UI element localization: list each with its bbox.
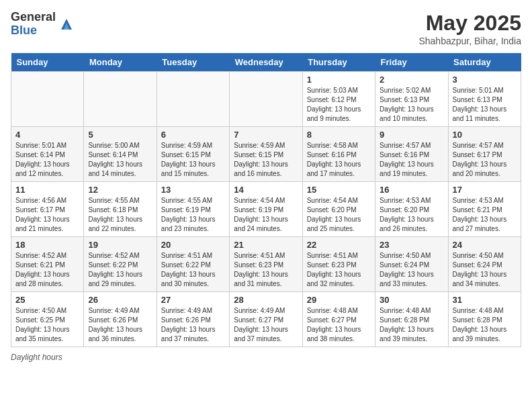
calendar-week-row: 18Sunrise: 4:52 AM Sunset: 6:21 PM Dayli… xyxy=(11,237,521,292)
calendar-day-cell: 6Sunrise: 4:59 AM Sunset: 6:15 PM Daylig… xyxy=(157,127,229,182)
day-number: 17 xyxy=(453,185,517,195)
calendar-week-row: 11Sunrise: 4:56 AM Sunset: 6:17 PM Dayli… xyxy=(11,182,521,237)
day-number: 11 xyxy=(15,185,79,195)
calendar-day-cell: 22Sunrise: 4:51 AM Sunset: 6:23 PM Dayli… xyxy=(302,237,375,292)
day-number: 16 xyxy=(380,185,443,195)
day-info: Sunrise: 4:50 AM Sunset: 6:25 PM Dayligh… xyxy=(15,306,79,344)
calendar-day-header: Wednesday xyxy=(230,53,302,72)
calendar-day-cell: 7Sunrise: 4:59 AM Sunset: 6:15 PM Daylig… xyxy=(230,127,302,182)
calendar-week-row: 4Sunrise: 5:01 AM Sunset: 6:14 PM Daylig… xyxy=(11,127,521,182)
calendar-day-cell: 4Sunrise: 5:01 AM Sunset: 6:14 PM Daylig… xyxy=(11,127,84,182)
calendar-day-cell: 11Sunrise: 4:56 AM Sunset: 6:17 PM Dayli… xyxy=(11,182,84,237)
day-info: Sunrise: 4:51 AM Sunset: 6:23 PM Dayligh… xyxy=(234,251,298,289)
calendar-day-cell xyxy=(11,72,84,127)
day-info: Sunrise: 4:55 AM Sunset: 6:18 PM Dayligh… xyxy=(88,196,152,234)
calendar-day-cell xyxy=(84,72,157,127)
day-number: 22 xyxy=(307,240,371,250)
calendar-day-cell: 19Sunrise: 4:52 AM Sunset: 6:22 PM Dayli… xyxy=(84,237,157,292)
calendar-day-cell: 5Sunrise: 5:00 AM Sunset: 6:14 PM Daylig… xyxy=(84,127,157,182)
calendar-day-cell: 3Sunrise: 5:01 AM Sunset: 6:13 PM Daylig… xyxy=(448,72,521,127)
calendar-day-header: Saturday xyxy=(448,53,521,72)
day-number: 6 xyxy=(161,130,225,140)
day-number: 21 xyxy=(234,240,298,250)
day-number: 29 xyxy=(307,295,371,305)
calendar-day-cell: 17Sunrise: 4:53 AM Sunset: 6:21 PM Dayli… xyxy=(448,182,521,237)
calendar-day-cell xyxy=(157,72,229,127)
calendar-day-header: Friday xyxy=(375,53,448,72)
calendar-day-cell: 20Sunrise: 4:51 AM Sunset: 6:22 PM Dayli… xyxy=(157,237,229,292)
calendar-day-cell: 12Sunrise: 4:55 AM Sunset: 6:18 PM Dayli… xyxy=(84,182,157,237)
calendar-header-row: SundayMondayTuesdayWednesdayThursdayFrid… xyxy=(11,53,521,72)
day-info: Sunrise: 4:50 AM Sunset: 6:24 PM Dayligh… xyxy=(453,251,517,289)
logo-blue-text: Blue xyxy=(11,24,56,38)
day-info: Sunrise: 4:54 AM Sunset: 6:20 PM Dayligh… xyxy=(307,196,371,234)
day-info: Sunrise: 4:52 AM Sunset: 6:22 PM Dayligh… xyxy=(88,251,152,289)
day-number: 5 xyxy=(88,130,152,140)
day-info: Sunrise: 4:53 AM Sunset: 6:21 PM Dayligh… xyxy=(453,196,517,234)
day-number: 23 xyxy=(380,240,443,250)
calendar-table: SundayMondayTuesdayWednesdayThursdayFrid… xyxy=(11,53,521,347)
calendar-day-cell: 21Sunrise: 4:51 AM Sunset: 6:23 PM Dayli… xyxy=(230,237,302,292)
day-info: Sunrise: 4:55 AM Sunset: 6:19 PM Dayligh… xyxy=(161,196,225,234)
day-info: Sunrise: 5:00 AM Sunset: 6:14 PM Dayligh… xyxy=(88,141,152,179)
calendar-day-header: Monday xyxy=(84,53,157,72)
calendar-day-header: Tuesday xyxy=(157,53,229,72)
calendar-day-cell: 15Sunrise: 4:54 AM Sunset: 6:20 PM Dayli… xyxy=(302,182,375,237)
day-info: Sunrise: 4:51 AM Sunset: 6:22 PM Dayligh… xyxy=(161,251,225,289)
day-info: Sunrise: 4:51 AM Sunset: 6:23 PM Dayligh… xyxy=(307,251,371,289)
calendar-day-cell: 26Sunrise: 4:49 AM Sunset: 6:26 PM Dayli… xyxy=(84,292,157,347)
calendar-day-cell: 25Sunrise: 4:50 AM Sunset: 6:25 PM Dayli… xyxy=(11,292,84,347)
day-number: 2 xyxy=(380,75,443,85)
calendar-day-cell: 2Sunrise: 5:02 AM Sunset: 6:13 PM Daylig… xyxy=(375,72,448,127)
page-header: General Blue May 2025 Shahbazpur, Bihar,… xyxy=(11,11,521,46)
calendar-day-cell: 1Sunrise: 5:03 AM Sunset: 6:12 PM Daylig… xyxy=(302,72,375,127)
day-info: Sunrise: 5:01 AM Sunset: 6:13 PM Dayligh… xyxy=(453,86,517,124)
day-number: 1 xyxy=(307,75,371,85)
day-info: Sunrise: 5:03 AM Sunset: 6:12 PM Dayligh… xyxy=(307,86,371,124)
day-number: 24 xyxy=(453,240,517,250)
calendar-day-cell: 24Sunrise: 4:50 AM Sunset: 6:24 PM Dayli… xyxy=(448,237,521,292)
logo-general-text: General xyxy=(11,11,56,24)
day-info: Sunrise: 4:58 AM Sunset: 6:16 PM Dayligh… xyxy=(307,141,371,179)
calendar-day-cell: 10Sunrise: 4:57 AM Sunset: 6:17 PM Dayli… xyxy=(448,127,521,182)
day-info: Sunrise: 4:50 AM Sunset: 6:24 PM Dayligh… xyxy=(380,251,443,289)
day-info: Sunrise: 4:48 AM Sunset: 6:28 PM Dayligh… xyxy=(453,306,517,344)
calendar-day-header: Sunday xyxy=(11,53,84,72)
calendar-day-cell: 31Sunrise: 4:48 AM Sunset: 6:28 PM Dayli… xyxy=(448,292,521,347)
day-info: Sunrise: 4:56 AM Sunset: 6:17 PM Dayligh… xyxy=(15,196,79,234)
day-number: 3 xyxy=(453,75,517,85)
calendar-day-cell: 30Sunrise: 4:48 AM Sunset: 6:28 PM Dayli… xyxy=(375,292,448,347)
day-number: 25 xyxy=(15,295,79,305)
calendar-week-row: 1Sunrise: 5:03 AM Sunset: 6:12 PM Daylig… xyxy=(11,72,521,127)
day-number: 15 xyxy=(307,185,371,195)
day-number: 28 xyxy=(234,295,298,305)
day-info: Sunrise: 4:52 AM Sunset: 6:21 PM Dayligh… xyxy=(15,251,79,289)
day-info: Sunrise: 4:49 AM Sunset: 6:26 PM Dayligh… xyxy=(161,306,225,344)
day-number: 7 xyxy=(234,130,298,140)
logo: General Blue xyxy=(11,11,75,38)
logo-icon xyxy=(58,16,75,32)
day-number: 13 xyxy=(161,185,225,195)
calendar-day-cell: 13Sunrise: 4:55 AM Sunset: 6:19 PM Dayli… xyxy=(157,182,229,237)
calendar-day-cell: 18Sunrise: 4:52 AM Sunset: 6:21 PM Dayli… xyxy=(11,237,84,292)
day-number: 31 xyxy=(453,295,517,305)
day-number: 14 xyxy=(234,185,298,195)
day-number: 12 xyxy=(88,185,152,195)
calendar-day-cell: 14Sunrise: 4:54 AM Sunset: 6:19 PM Dayli… xyxy=(230,182,302,237)
calendar-day-cell: 16Sunrise: 4:53 AM Sunset: 6:20 PM Dayli… xyxy=(375,182,448,237)
day-info: Sunrise: 4:49 AM Sunset: 6:26 PM Dayligh… xyxy=(88,306,152,344)
day-number: 18 xyxy=(15,240,79,250)
calendar-week-row: 25Sunrise: 4:50 AM Sunset: 6:25 PM Dayli… xyxy=(11,292,521,347)
day-info: Sunrise: 4:53 AM Sunset: 6:20 PM Dayligh… xyxy=(380,196,443,234)
day-number: 27 xyxy=(161,295,225,305)
day-info: Sunrise: 4:57 AM Sunset: 6:17 PM Dayligh… xyxy=(453,141,517,179)
day-info: Sunrise: 4:48 AM Sunset: 6:28 PM Dayligh… xyxy=(380,306,443,344)
calendar-day-cell: 27Sunrise: 4:49 AM Sunset: 6:26 PM Dayli… xyxy=(157,292,229,347)
calendar-footer: Daylight hours xyxy=(11,353,521,362)
day-info: Sunrise: 4:59 AM Sunset: 6:15 PM Dayligh… xyxy=(161,141,225,179)
calendar-day-cell: 23Sunrise: 4:50 AM Sunset: 6:24 PM Dayli… xyxy=(375,237,448,292)
day-info: Sunrise: 4:59 AM Sunset: 6:15 PM Dayligh… xyxy=(234,141,298,179)
calendar-day-cell: 29Sunrise: 4:48 AM Sunset: 6:27 PM Dayli… xyxy=(302,292,375,347)
day-info: Sunrise: 5:02 AM Sunset: 6:13 PM Dayligh… xyxy=(380,86,443,124)
month-year-title: May 2025 xyxy=(418,11,521,36)
